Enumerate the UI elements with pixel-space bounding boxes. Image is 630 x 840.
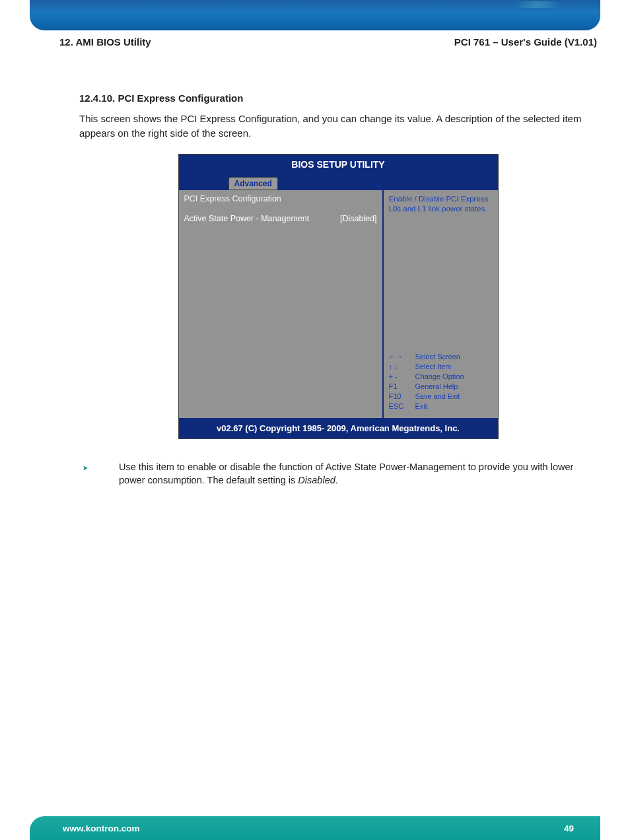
top-banner (30, 0, 600, 30)
header-left: 12. AMI BIOS Utility (59, 36, 151, 48)
bios-left-panel: PCI Express Configuration Active State P… (179, 190, 384, 418)
key-desc: Select Item (415, 362, 452, 372)
section-number: 12.4.10. (79, 92, 115, 104)
bios-key-legend: ←→Select Screen ↑ ↓Select Item + -Change… (389, 352, 493, 411)
bios-left-title: PCI Express Configuration (184, 194, 377, 203)
bios-right-panel: Enable / Disable PCI Express L0s and L1 … (384, 190, 498, 418)
bios-body: PCI Express Configuration Active State P… (179, 190, 498, 418)
note-block: ➤ Use this item to enable or disable the… (79, 460, 597, 487)
header-right: PCI 761 – User's Guide (V1.01) (454, 36, 597, 48)
bios-option-row[interactable]: Active State Power - Management [Disable… (184, 214, 377, 223)
key-esc: ESC (389, 402, 415, 411)
section-title: PCI Express Configuration (118, 92, 243, 104)
bottom-bar: www.kontron.com 49 (30, 816, 600, 840)
key-f1: F1 (389, 382, 415, 392)
bios-title-bar: BIOS SETUP UTILITY (179, 155, 498, 174)
key-arrows-lr: ←→ (389, 352, 415, 362)
footer-url: www.kontron.com (63, 823, 140, 833)
bios-window: BIOS SETUP UTILITY Advanced PCI Express … (178, 154, 499, 439)
page-content: 12.4.10. PCI Express Configuration This … (79, 92, 597, 487)
key-desc: Save and Exit (415, 392, 460, 402)
key-arrows-ud: ↑ ↓ (389, 362, 415, 372)
section-intro: This screen shows the PCI Express Config… (79, 112, 597, 141)
bios-tab-bar: Advanced (179, 174, 498, 190)
key-desc: Exit (415, 402, 427, 411)
bullet-icon: ➤ (79, 460, 119, 487)
key-plus-minus: + - (389, 372, 415, 382)
bios-option-label: Active State Power - Management (184, 214, 310, 223)
note-italic: Disabled (298, 475, 335, 485)
section-heading: 12.4.10. PCI Express Configuration (79, 92, 597, 104)
bios-footer: v02.67 (C) Copyright 1985- 2009, America… (179, 418, 498, 438)
key-desc: General Help (415, 382, 458, 392)
key-desc: Change Option (415, 372, 464, 382)
footer-page: 49 (564, 823, 574, 833)
key-desc: Select Screen (415, 352, 460, 362)
key-f10: F10 (389, 392, 415, 402)
bios-option-value: [Disabled] (340, 214, 377, 223)
note-text-after: . (335, 475, 338, 485)
bios-tab-advanced[interactable]: Advanced (228, 177, 278, 190)
note-text-before: Use this item to enable or disable the f… (119, 462, 573, 485)
page-header: 12. AMI BIOS Utility PCI 761 – User's Gu… (59, 36, 597, 48)
bios-help-text: Enable / Disable PCI Express L0s and L1 … (389, 194, 493, 215)
note-text: Use this item to enable or disable the f… (119, 460, 597, 487)
